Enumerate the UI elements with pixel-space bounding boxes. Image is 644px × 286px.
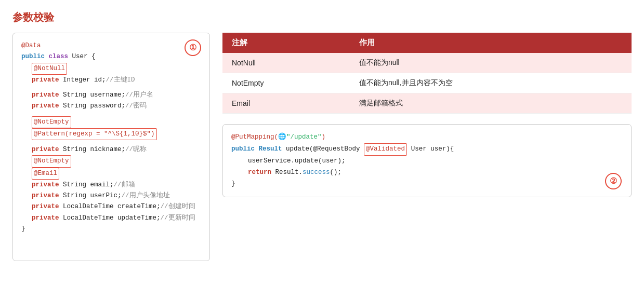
code-line: @NotEmpty [32,155,201,167]
class-name-text: User { [72,53,96,60]
spacer [21,140,201,144]
kw-private: private [32,203,59,210]
kw-return: return [248,169,271,176]
comment-text: //创建时间 [161,203,195,210]
kw-private: private [32,192,59,199]
url-path: "/update" [286,133,322,141]
annotation-table: 注解 作用 NotNull 值不能为null NotEmpty 值不能为null… [222,33,632,114]
table-cell-effect: 满足邮箱格式 [350,93,632,114]
code-line-close: } [21,224,201,235]
method-rest: User user){ [411,145,454,153]
table-cell-annotation: NotEmpty [222,73,350,93]
field-text: String username; [59,91,126,99]
table-header-effect: 作用 [350,33,632,53]
code-line: private LocalDateTime updateTime;//更新时间 [32,213,201,224]
service-call: userService.update(user); [248,157,346,165]
kw-private: private [32,76,59,84]
code-line: private String username;//用户名 [32,90,201,101]
kw-public: public [21,53,45,60]
right-panel: 注解 作用 NotNull 值不能为null NotEmpty 值不能为null… [222,33,632,197]
field-text: String password; [59,102,126,110]
result-success: Result. [275,169,303,176]
kw-private: private [32,181,59,188]
comment-text: //主键ID [106,76,135,84]
kw-class: class [49,53,69,60]
page-title: 参数校验 [12,10,632,24]
table-row: NotEmpty 值不能为null,并且内容不为空 [222,73,632,93]
method-text: update(@RequestBody [286,145,364,153]
code-line: @NotNull [32,63,201,75]
main-layout: ① @Data public class User { @NotNull pri… [12,33,632,261]
comment-text: //用户头像地址 [122,192,170,199]
paren-close: ) [322,133,326,141]
kw-public-r: public [231,145,255,153]
notnull-annotation: @NotNull [32,63,67,75]
putmapping-annotation: @PutMapping( [231,133,278,141]
table-cell-annotation: Email [222,93,350,114]
field-text: String userPic; [59,192,122,199]
comment-text: //用户名 [125,91,153,99]
method-parens: (); [330,169,342,176]
globe-icon: 🌐 [278,133,286,141]
code-line-r1: @PutMapping(🌐"/update") [231,132,623,143]
code-line-data: @Data public class User { @NotNull priva… [21,40,201,235]
code-line-r5: } [231,179,623,190]
notempty-annotation-2: @NotEmpty [32,155,71,167]
kw-private: private [32,146,59,153]
code-line: @Data [21,40,201,51]
code-line: @Pattern(regexp = "^\S{1,10}$") [32,128,201,140]
code-line: private String password;//密码 [32,101,201,112]
notempty-annotation: @NotEmpty [32,116,71,128]
code-line: private String nickname;//昵称 [32,144,201,155]
badge-1: ① [185,39,201,56]
pattern-annotation: @Pattern(regexp = "^\S{1,10}$") [32,128,157,140]
table-header-annotation: 注解 [222,33,350,53]
code-line: private LocalDateTime createTime;//创建时间 [32,201,201,212]
kw-private: private [32,91,59,99]
field-text: String nickname; [59,146,126,153]
spacer [21,86,201,90]
page-container: 参数校验 ① @Data public class User { @NotNul… [12,10,632,261]
table-cell-annotation: NotNull [222,53,350,73]
code-line-r3: userService.update(user); [248,156,623,167]
code-line: private String userPic;//用户头像地址 [32,190,201,201]
email-annotation: @Email [32,168,59,180]
field-text: Integer id; [59,76,106,84]
table-cell-effect: 值不能为null [350,53,632,73]
right-code-panel: ② @PutMapping(🌐"/update") public Result … [222,124,632,197]
spacer [21,112,201,116]
result-class: Result [259,145,282,153]
field-text: LocalDateTime createTime; [59,203,161,210]
field-text: String email; [59,181,114,188]
code-line: @Email [32,168,201,180]
code-line-r2: public Result update(@RequestBody @Valid… [231,143,623,156]
left-code-panel: ① @Data public class User { @NotNull pri… [12,33,210,261]
comment-text: //昵称 [125,146,147,153]
code-line: public class User { [21,51,201,62]
kw-private: private [32,102,59,110]
validated-annotation: @Validated [364,143,407,156]
comment-text: //密码 [125,102,147,110]
code-line-r4: return Result.success(); [248,167,623,179]
table-row: NotNull 值不能为null [222,53,632,73]
comment-text: //邮箱 [114,181,135,188]
code-line: @NotEmpty [32,116,201,128]
table-row: Email 满足邮箱格式 [222,93,632,114]
kw-private: private [32,214,59,222]
success-method: success [303,169,330,176]
comment-text: //更新时间 [161,214,195,222]
code-line: private String email;//邮箱 [32,180,201,190]
annotation-data: @Data [21,42,41,49]
field-text: LocalDateTime updateTime; [59,214,161,222]
code-line: private Integer id;//主键ID [32,75,201,86]
table-cell-effect: 值不能为null,并且内容不为空 [350,73,632,93]
